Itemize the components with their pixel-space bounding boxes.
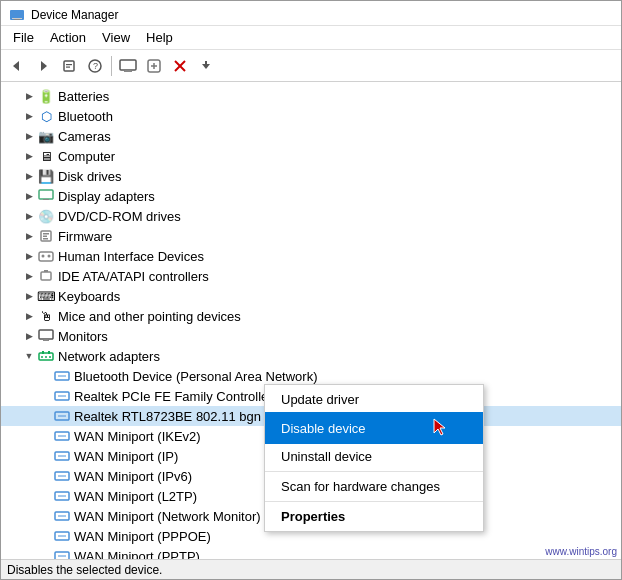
expand-bluetooth[interactable]: ▶: [21, 108, 37, 124]
tree-item-computer[interactable]: ▶ 🖥 Computer: [1, 146, 621, 166]
expand-monitors[interactable]: ▶: [21, 328, 37, 344]
icon-displayadapters: [37, 188, 55, 204]
icon-monitors: [37, 328, 55, 344]
expand-cameras[interactable]: ▶: [21, 128, 37, 144]
svg-rect-10: [120, 60, 136, 70]
svg-rect-31: [39, 330, 53, 339]
title-bar-title: Device Manager: [31, 8, 118, 22]
menu-help[interactable]: Help: [138, 28, 181, 47]
menu-view[interactable]: View: [94, 28, 138, 47]
context-menu-disable-device[interactable]: Disable device: [265, 412, 483, 444]
tree-item-dvdcdrom[interactable]: ▶ 💿 DVD/CD-ROM drives: [1, 206, 621, 226]
label-displayadapters: Display adapters: [58, 189, 155, 204]
toolbar-forward-btn[interactable]: [31, 54, 55, 78]
svg-rect-33: [43, 340, 49, 341]
toolbar: ?: [1, 50, 621, 82]
label-firmware: Firmware: [58, 229, 112, 244]
tree-item-bluetooth[interactable]: ▶ ⬡ Bluetooth: [1, 106, 621, 126]
expand-computer[interactable]: ▶: [21, 148, 37, 164]
tree-item-bda[interactable]: Bluetooth Device (Personal Area Network): [1, 366, 621, 386]
tree-item-networkadapters[interactable]: ▼ Network adapters: [1, 346, 621, 366]
toolbar-back-btn[interactable]: [5, 54, 29, 78]
device-manager-window: Device Manager File Action View Help ?: [0, 0, 622, 580]
toolbar-help-btn[interactable]: ?: [83, 54, 107, 78]
tree-item-firmware[interactable]: ▶ Firmware: [1, 226, 621, 246]
tree-item-monitors[interactable]: ▶ Monitors: [1, 326, 621, 346]
tree-item-wan-pptp[interactable]: WAN Miniport (PPTP): [1, 546, 621, 559]
tree-item-cameras[interactable]: ▶ 📷 Cameras: [1, 126, 621, 146]
toolbar-properties-btn[interactable]: [57, 54, 81, 78]
toolbar-scan-btn[interactable]: [142, 54, 166, 78]
icon-realtekpcie: [53, 388, 71, 404]
tree-item-ideata[interactable]: ▶ IDE ATA/ATAPI controllers: [1, 266, 621, 286]
context-menu-scan-changes[interactable]: Scan for hardware changes: [265, 474, 483, 499]
expand-networkadapters[interactable]: ▼: [21, 348, 37, 364]
icon-dvdcdrom: 💿: [37, 208, 55, 224]
label-wan-netmon: WAN Miniport (Network Monitor): [74, 509, 261, 524]
svg-rect-6: [66, 64, 72, 65]
svg-rect-21: [43, 199, 49, 200]
icon-firmware: [37, 228, 55, 244]
icon-wan-pptp: [53, 548, 71, 559]
svg-rect-19: [205, 61, 207, 65]
expand-wan-ipv6: [37, 468, 53, 484]
icon-cameras: 📷: [37, 128, 55, 144]
icon-wan-ikev2: [53, 428, 71, 444]
svg-rect-5: [64, 61, 74, 71]
toolbar-update-btn[interactable]: [194, 54, 218, 78]
watermark: www.wintips.org: [545, 546, 617, 557]
title-bar: Device Manager: [1, 1, 621, 26]
icon-batteries: 🔋: [37, 88, 55, 104]
svg-point-39: [49, 356, 51, 358]
expand-mice[interactable]: ▶: [21, 308, 37, 324]
expand-batteries[interactable]: ▶: [21, 88, 37, 104]
label-batteries: Batteries: [58, 89, 109, 104]
label-wan-ip: WAN Miniport (IP): [74, 449, 178, 464]
icon-networkadapters: [37, 348, 55, 364]
svg-rect-1: [12, 18, 22, 19]
context-menu-uninstall-device[interactable]: Uninstall device: [265, 444, 483, 469]
menu-action[interactable]: Action: [42, 28, 94, 47]
tree-item-mice[interactable]: ▶ 🖱 Mice and other pointing devices: [1, 306, 621, 326]
svg-rect-36: [48, 351, 50, 354]
icon-bluetooth: ⬡: [37, 108, 55, 124]
icon-realtekwifi: [53, 408, 71, 424]
toolbar-separator-1: [111, 56, 112, 76]
context-menu-update-driver[interactable]: Update driver: [265, 387, 483, 412]
svg-rect-26: [39, 252, 53, 261]
context-menu-properties[interactable]: Properties: [265, 504, 483, 529]
label-computer: Computer: [58, 149, 115, 164]
expand-ideata[interactable]: ▶: [21, 268, 37, 284]
icon-wan-pppoe: [53, 528, 71, 544]
expand-hid[interactable]: ▶: [21, 248, 37, 264]
svg-point-28: [48, 255, 51, 258]
expand-wan-ikev2: [37, 428, 53, 444]
toolbar-remove-btn[interactable]: [168, 54, 192, 78]
label-realtekpcie: Realtek PCIe FE Family Controller: [74, 389, 273, 404]
tree-item-keyboards[interactable]: ▶ ⌨ Keyboards: [1, 286, 621, 306]
svg-rect-30: [44, 270, 48, 272]
label-dvdcdrom: DVD/CD-ROM drives: [58, 209, 181, 224]
expand-wan-netmon: [37, 508, 53, 524]
svg-rect-12: [124, 71, 132, 72]
menu-file[interactable]: File: [5, 28, 42, 47]
expand-keyboards[interactable]: ▶: [21, 288, 37, 304]
icon-ideata: [37, 268, 55, 284]
tree-item-batteries[interactable]: ▶ 🔋 Batteries: [1, 86, 621, 106]
label-cameras: Cameras: [58, 129, 111, 144]
tree-item-hid[interactable]: ▶ Human Interface Devices: [1, 246, 621, 266]
expand-firmware[interactable]: ▶: [21, 228, 37, 244]
tree-item-displayadapters[interactable]: ▶ Display adapters: [1, 186, 621, 206]
svg-rect-24: [43, 236, 47, 238]
expand-dvdcdrom[interactable]: ▶: [21, 208, 37, 224]
label-keyboards: Keyboards: [58, 289, 120, 304]
tree-item-diskdrives[interactable]: ▶ 💾 Disk drives: [1, 166, 621, 186]
label-diskdrives: Disk drives: [58, 169, 122, 184]
icon-wan-l2tp: [53, 488, 71, 504]
expand-wan-ip: [37, 448, 53, 464]
svg-rect-11: [125, 70, 131, 71]
toolbar-monitor-btn[interactable]: [116, 54, 140, 78]
expand-diskdrives[interactable]: ▶: [21, 168, 37, 184]
content-area: ▶ 🔋 Batteries ▶ ⬡ Bluetooth ▶ 📷 Cameras …: [1, 82, 621, 559]
expand-displayadapters[interactable]: ▶: [21, 188, 37, 204]
